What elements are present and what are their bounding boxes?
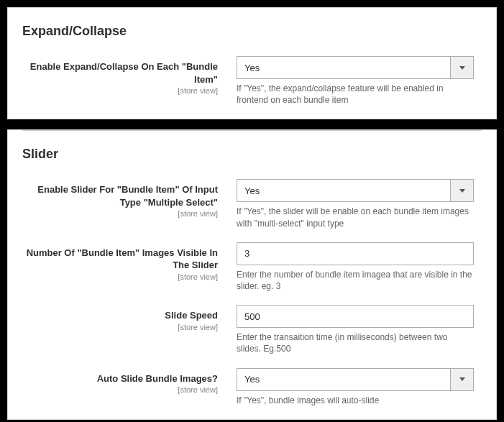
slider-title: Slider <box>8 131 496 179</box>
slide-speed-help: Enter the transaition time (in milliseco… <box>237 331 474 354</box>
slider-count-scope: [store view] <box>22 272 218 281</box>
enable-expand-select[interactable]: Yes <box>237 56 474 79</box>
slider-count-label-col: Number Of "Bundle Item" Images Visible I… <box>22 242 237 292</box>
enable-expand-value: Yes <box>237 57 450 78</box>
enable-slider-value: Yes <box>237 180 450 201</box>
slide-speed-label-col: Slide Speed [store view] <box>22 305 237 354</box>
enable-expand-label-col: Enable Expand/Collapse On Each "Bundle I… <box>22 56 237 106</box>
enable-slider-label-col: Enable Slider For "Bundle Item" Of Input… <box>22 179 237 229</box>
enable-slider-dropdown-button[interactable] <box>450 180 473 201</box>
slider-count-help: Enter the number of bundle item imagea t… <box>237 269 474 292</box>
slider-count-input[interactable] <box>237 242 474 265</box>
auto-slide-select[interactable]: Yes <box>237 368 474 391</box>
enable-expand-row: Enable Expand/Collapse On Each "Bundle I… <box>8 56 496 119</box>
auto-slide-row: Auto Slide Bundle Images? [store view] Y… <box>8 368 496 419</box>
enable-slider-input-col: Yes If "Yes", the slider will be enable … <box>237 179 474 229</box>
slide-speed-input[interactable] <box>237 305 474 328</box>
enable-slider-label: Enable Slider For "Bundle Item" Of Input… <box>22 183 218 208</box>
enable-slider-scope: [store view] <box>22 209 218 218</box>
enable-slider-row: Enable Slider For "Bundle Item" Of Input… <box>8 179 496 242</box>
auto-slide-input-col: Yes If "Yes", bundle images will auto-sl… <box>237 368 474 406</box>
auto-slide-dropdown-button[interactable] <box>450 369 473 390</box>
slide-speed-row: Slide Speed [store view] Enter the trans… <box>8 305 496 367</box>
slider-panel: Slider Enable Slider For "Bundle Item" O… <box>7 129 497 419</box>
enable-expand-label: Enable Expand/Collapse On Each "Bundle I… <box>22 60 218 86</box>
slider-count-row: Number Of "Bundle Item" Images Visible I… <box>8 242 496 305</box>
enable-expand-dropdown-button[interactable] <box>450 57 473 78</box>
slide-speed-scope: [store view] <box>22 323 218 331</box>
auto-slide-help: If "Yes", bundle images will auto-slide <box>237 395 474 406</box>
auto-slide-label-col: Auto Slide Bundle Images? [store view] <box>22 368 237 406</box>
slider-count-input-col: Enter the number of bundle item imagea t… <box>237 242 474 292</box>
caret-down-icon <box>459 66 465 70</box>
auto-slide-value: Yes <box>237 369 450 390</box>
auto-slide-scope: [store view] <box>22 385 218 394</box>
enable-expand-scope: [store view] <box>22 86 218 95</box>
caret-down-icon <box>459 189 465 193</box>
auto-slide-label: Auto Slide Bundle Images? <box>22 372 218 385</box>
enable-expand-help: If "Yes", the expand/collapse feature wi… <box>237 83 474 106</box>
expand-collapse-panel: Expand/Collapse Enable Expand/Collapse O… <box>7 7 497 119</box>
enable-expand-input-col: Yes If "Yes", the expand/collapse featur… <box>237 56 474 106</box>
expand-collapse-title: Expand/Collapse <box>8 8 496 56</box>
slide-speed-label: Slide Speed <box>22 309 218 322</box>
enable-slider-select[interactable]: Yes <box>237 179 474 202</box>
enable-slider-help: If "Yes", the slider will be enable on e… <box>237 206 474 229</box>
slider-count-label: Number Of "Bundle Item" Images Visible I… <box>22 247 218 272</box>
caret-down-icon <box>459 377 465 381</box>
slide-speed-input-col: Enter the transaition time (in milliseco… <box>237 305 474 354</box>
